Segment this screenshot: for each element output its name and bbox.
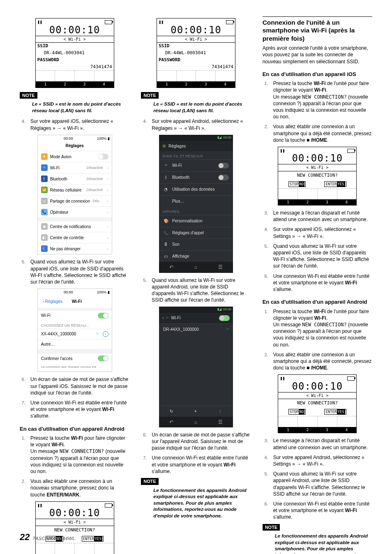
section-heading: Connexion de l'unité à un smartphone via… bbox=[263, 16, 372, 42]
c2-step-4: Sur votre appareil Android, sélectionnez… bbox=[152, 118, 251, 131]
wifi-signal-icon: ⌔ bbox=[96, 331, 99, 337]
back-chevron-icon[interactable]: ‹ bbox=[162, 315, 164, 321]
wifi-icon: ⌔ bbox=[163, 163, 169, 169]
sound-icon: 🎚 bbox=[163, 242, 169, 247]
lcd-pass-label: PASSWORD bbox=[37, 57, 59, 62]
step-7: Une connexion Wi-Fi est établie entre l'… bbox=[30, 399, 129, 420]
c3-and-5: Quand vous allumez la Wi-Fi sur votre ap… bbox=[273, 471, 372, 497]
ssid-row[interactable]: XX-44XX_1000000⌔i bbox=[38, 329, 112, 339]
note-badge-2: NOTE bbox=[141, 92, 159, 99]
heading-android-3: En cas d'utilisation d'un appareil Andro… bbox=[263, 298, 372, 306]
signal-icon: ▮◢ bbox=[217, 136, 221, 140]
android-ssid-row[interactable]: DR-44XX_1000000⌔ bbox=[159, 323, 233, 335]
page-footer: 22 TASCAM DR-44WL bbox=[20, 531, 75, 543]
lcd-time: 00:00:10 bbox=[36, 25, 114, 36]
note-badge: NOTE bbox=[20, 92, 37, 99]
lcd-new-connection-3: ❚❚ 00:00:10 < Wi-Fi > NEW CONNECTION? ST… bbox=[278, 374, 357, 433]
refresh-icon[interactable]: ↻ bbox=[170, 409, 173, 414]
wifi-toggle[interactable] bbox=[98, 313, 108, 319]
call-icon: 📞 bbox=[163, 230, 169, 236]
battery-icon bbox=[105, 20, 112, 24]
lcd-ssid-label: SSID bbox=[37, 43, 48, 48]
airplane-toggle[interactable] bbox=[98, 154, 108, 159]
add-network-button[interactable]: + bbox=[194, 409, 197, 414]
ios-settings-title: Réglages bbox=[38, 142, 112, 151]
android-wifi-title: Wi-Fi bbox=[171, 315, 180, 321]
lcd-pass-value: 74341474 bbox=[36, 64, 114, 71]
step-6: Un écran de saisie de mot de passe s'aff… bbox=[30, 376, 129, 396]
display-icon: ▭ bbox=[163, 254, 169, 259]
back-icon[interactable]: ↶ bbox=[169, 264, 173, 270]
c3-ios-2: Vous allez établir une connexion à un sm… bbox=[273, 123, 372, 143]
heading-android-1: En cas d'utilisation d'un appareil Andro… bbox=[20, 425, 129, 433]
c3-and-4: Sur votre appareil Android, sélectionnez… bbox=[273, 454, 372, 467]
android-wifi-on-toggle[interactable] bbox=[219, 315, 230, 321]
lcd-ssid-value: DR-44WL-0003041 bbox=[36, 50, 114, 57]
lcd-ssid-screen-1: ❚❚ 00:00:10 < Wi-Fi > SSID DR-44WL-00030… bbox=[35, 18, 114, 88]
pause-icon: ❚❚ bbox=[37, 19, 42, 25]
c3-ios-5: Quand vous allumez la Wi-Fi sur votre ap… bbox=[273, 243, 372, 270]
model-name: TASCAM DR-44WL bbox=[33, 536, 75, 541]
notif-icon: ◉ bbox=[41, 223, 48, 230]
c2-step-7: Une connexion Wi-Fi est établie entre l'… bbox=[152, 455, 251, 475]
perso-icon: 🎨 bbox=[163, 218, 169, 224]
dnd-icon: ☾ bbox=[41, 245, 48, 252]
ios-wifi-screen: 00:00100% ▮ ‹ Réglages Wi-Fi Wi-Fi CHOIS… bbox=[37, 289, 112, 372]
android-step-1: Pressez la touche Wi-Fi pour faire clign… bbox=[30, 435, 129, 475]
step-5: Quand vous allumez la Wi-Fi sur votre ap… bbox=[30, 259, 129, 285]
c3-ios-1: Pressez la touche Wi-Fi de l'unité pour … bbox=[273, 80, 372, 120]
lcd-new-connection-1: ❚❚ 00:00:10 < Wi-Fi > NEW CONNECTION? ST… bbox=[35, 501, 114, 554]
android-step-2: Vous allez établir une connexion à un no… bbox=[30, 478, 129, 498]
control-icon: ◧ bbox=[41, 234, 48, 241]
page-number: 22 bbox=[20, 532, 30, 542]
android-wifi-toggle[interactable] bbox=[218, 163, 229, 169]
cellular-icon: 📶 bbox=[41, 187, 48, 193]
gear-icon: ⚙ bbox=[162, 143, 166, 149]
c3-ios-3: Le message à l'écran disparaît et l'unit… bbox=[273, 210, 372, 223]
c3-and-3: Le message à l'écran disparaît et l'unit… bbox=[273, 437, 372, 450]
android-settings-screen: ▮◢00:00 ⚙Réglages SANS FIL ET RÉSEAUX ⌔W… bbox=[159, 135, 233, 273]
wifi-icon: ⌔ bbox=[166, 315, 168, 321]
ask-toggle[interactable] bbox=[98, 355, 108, 361]
bluetooth-icon: ᛒ bbox=[163, 175, 169, 180]
android-bt-toggle[interactable] bbox=[218, 175, 229, 180]
recent-icon[interactable]: ☰ bbox=[218, 264, 223, 270]
android-wifi-screen: ▮◢00:00 ‹⌔Wi-Fi DR-44XX_1000000⌔ ↻ + ⋮ ↶… bbox=[159, 307, 233, 427]
choose-network-label: CHOISISSEZ UN RÉSEAU… bbox=[38, 321, 112, 329]
ios-settings-screen: 00:00100% ▮ Réglages ✈Mode Avion ⌔Wi-FiD… bbox=[37, 135, 112, 255]
lcd-wifi-bar: < Wi-Fi > bbox=[36, 36, 114, 43]
enter-yes-button[interactable]: ENTERYES bbox=[82, 536, 104, 542]
airplane-icon: ✈ bbox=[41, 153, 48, 160]
other-row[interactable]: Autre… bbox=[38, 339, 112, 349]
menu-icon[interactable]: ⋮ bbox=[218, 409, 222, 414]
ios-wifi-title: Wi-Fi bbox=[65, 299, 89, 305]
bluetooth-icon: ᛒ bbox=[41, 175, 48, 182]
c2-step-5: Quand vous allumez la Wi-Fi sur votre ap… bbox=[152, 277, 251, 304]
info-icon[interactable]: i bbox=[103, 331, 108, 337]
note-text-2: Le « SSID » est le nom du point d'accès … bbox=[153, 101, 251, 114]
c3-ios-4: Sur votre appareil iOS, sélectionnez « S… bbox=[273, 226, 372, 239]
wifi-signal-icon: ⌔ bbox=[226, 327, 229, 332]
section-intro: Après avoir connecté l'unité à votre sma… bbox=[263, 45, 372, 65]
column-1: ❚❚ 00:00:10 < Wi-Fi > SSID DR-44WL-00030… bbox=[20, 16, 129, 554]
c3-and-2: Vous allez établir une connexion à un sm… bbox=[273, 351, 372, 372]
c3-ios-6: Une connexion Wi-Fi est établie entre l'… bbox=[273, 273, 372, 293]
wifi-icon: ⌔ bbox=[41, 164, 48, 171]
note-text-1: Le « SSID » est le nom du point d'accès … bbox=[32, 101, 129, 114]
android-settings-title: Réglages bbox=[168, 143, 186, 149]
carrier-icon: 📞 bbox=[41, 209, 48, 215]
c3-and-6: Une connexion Wi-Fi est établie entre l'… bbox=[273, 501, 372, 521]
home-icon[interactable]: ⌂ bbox=[194, 264, 197, 270]
back-button[interactable]: ‹ Réglages bbox=[40, 297, 65, 306]
note-text-3: Le fonctionnement des appareils Android … bbox=[153, 487, 251, 519]
column-2: ❚❚ 00:00:10 < Wi-Fi > SSID DR-44WL-00030… bbox=[141, 16, 251, 554]
hotspot-icon: ⎋ bbox=[41, 198, 48, 204]
column-3: Connexion de l'unité à un smartphone via… bbox=[263, 16, 372, 554]
lcd-ssid-screen-2: ❚❚ 00:00:10 < Wi-Fi > SSID DR-44WL-00030… bbox=[157, 18, 235, 88]
data-icon: ◔ bbox=[163, 187, 169, 192]
step-4: Sur votre appareil iOS, sélectionnez « R… bbox=[30, 118, 129, 131]
c2-step-6: Un écran de saisie de mot de passe s'aff… bbox=[152, 432, 251, 452]
note-text-4: Le fonctionnement des appareils Android … bbox=[275, 533, 372, 554]
heading-ios-3: En cas d'utilisation d'un appareil iOS bbox=[263, 71, 372, 78]
note-badge-4: NOTE bbox=[263, 524, 280, 531]
